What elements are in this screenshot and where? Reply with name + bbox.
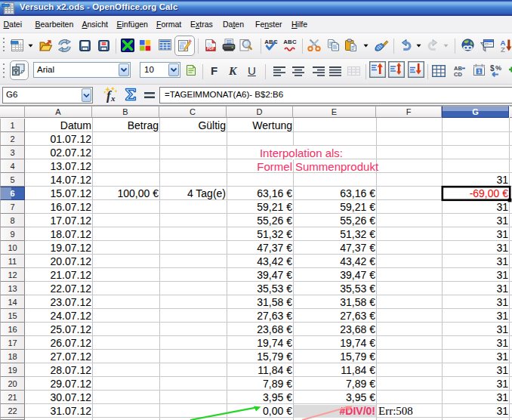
svg-text:CD: CD xyxy=(454,71,462,77)
svg-text:ABC: ABC xyxy=(283,39,297,45)
svg-text:$: $ xyxy=(490,64,495,73)
svg-text:1: 1 xyxy=(477,68,480,75)
svg-text:%: % xyxy=(495,64,501,72)
svg-text:x: x xyxy=(110,94,116,103)
svg-text:PDF: PDF xyxy=(207,46,214,51)
svg-text:Z: Z xyxy=(501,45,505,53)
